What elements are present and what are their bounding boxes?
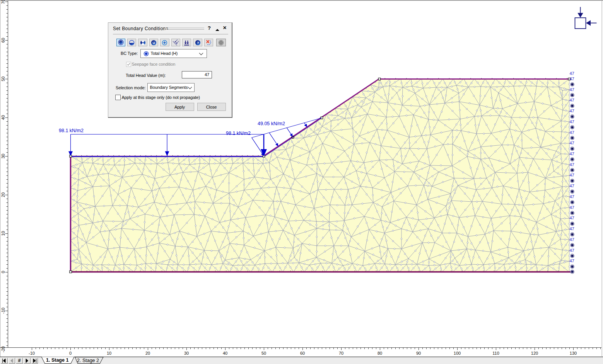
- svg-text:49.05 kN/m2: 49.05 kN/m2: [258, 121, 285, 126]
- svg-text:47: 47: [570, 119, 574, 124]
- svg-text:10: 10: [107, 351, 111, 355]
- svg-text:80: 80: [378, 351, 382, 355]
- svg-text:98.1 kN/m2: 98.1 kN/m2: [226, 131, 251, 136]
- svg-text:47: 47: [570, 237, 574, 242]
- svg-text:10: 10: [1, 231, 5, 236]
- svg-text:120: 120: [531, 351, 538, 355]
- svg-text:47: 47: [570, 194, 574, 199]
- svg-text:47: 47: [570, 151, 574, 156]
- svg-text:130: 130: [570, 351, 577, 355]
- svg-text:47: 47: [570, 248, 574, 253]
- svg-text:30: 30: [1, 154, 5, 158]
- svg-text:47: 47: [570, 205, 574, 210]
- svg-text:20: 20: [145, 351, 150, 355]
- svg-text:47: 47: [570, 141, 574, 145]
- svg-text:98.1 kN/m2: 98.1 kN/m2: [59, 128, 84, 133]
- svg-text:47: 47: [570, 109, 574, 113]
- svg-text:47: 47: [570, 226, 574, 231]
- svg-text:50: 50: [1, 77, 5, 81]
- svg-text:0: 0: [1, 271, 5, 273]
- svg-text:47: 47: [570, 77, 574, 81]
- svg-text:47: 47: [570, 259, 574, 263]
- svg-text:-10: -10: [1, 308, 5, 314]
- svg-text:47: 47: [570, 216, 574, 220]
- svg-text:30: 30: [184, 351, 189, 355]
- svg-text:100: 100: [454, 351, 461, 355]
- svg-text:47: 47: [570, 71, 574, 76]
- svg-text:47: 47: [570, 162, 574, 167]
- svg-text:47: 47: [570, 98, 574, 102]
- svg-text:U: U: [152, 41, 155, 44]
- svg-text:50: 50: [261, 351, 266, 355]
- svg-text:110: 110: [492, 351, 499, 355]
- svg-text:60: 60: [300, 351, 305, 355]
- svg-text:-20: -20: [1, 346, 5, 352]
- svg-text:47: 47: [570, 184, 574, 188]
- svg-text:90: 90: [416, 351, 421, 355]
- svg-text:60: 60: [1, 38, 5, 43]
- svg-text:-10: -10: [29, 351, 35, 355]
- svg-text:47: 47: [570, 130, 574, 135]
- svg-text:0: 0: [69, 351, 72, 355]
- svg-text:40: 40: [223, 351, 227, 355]
- svg-text:47: 47: [570, 173, 574, 177]
- svg-text:70: 70: [339, 351, 343, 355]
- svg-text:47: 47: [570, 87, 574, 92]
- svg-text:20: 20: [1, 192, 5, 197]
- svg-text:40: 40: [1, 115, 5, 120]
- svg-text:70: 70: [1, 0, 5, 4]
- svg-text:?: ?: [196, 41, 199, 45]
